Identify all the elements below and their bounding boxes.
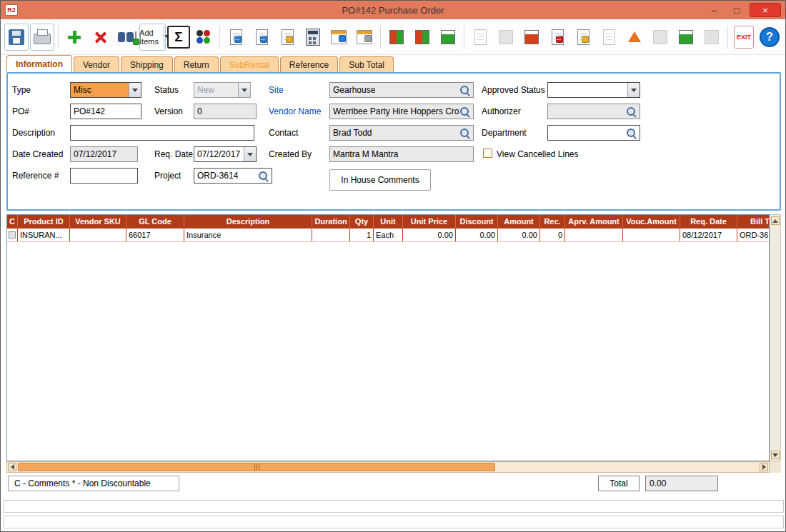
chart-export-button[interactable] [622,24,647,51]
chevron-down-icon[interactable] [627,83,640,97]
cell-unit-price: 0.00 [403,229,456,241]
col-header-description[interactable]: Description [184,215,312,229]
type-label: Type [12,85,31,95]
col-header-vouc-amount[interactable]: Vouc.Amount [623,215,680,229]
col-header-product-id[interactable]: Product ID [18,215,70,229]
tab-reference[interactable]: Reference [280,56,338,72]
cell-product-id: INSURAN... [18,229,70,241]
scroll-down-icon[interactable] [771,451,780,459]
search-icon[interactable] [626,106,637,117]
col-header-unit-price[interactable]: Unit Price [403,215,456,229]
contact-field[interactable]: Brad Todd [329,125,474,141]
add-items-button[interactable]: Add Items [139,24,166,51]
sum-button[interactable]: Σ [167,26,190,49]
contact-value: Brad Todd [333,128,372,138]
titlebar[interactable]: R2 PO#142 Purchase Order – □ × [1,1,785,19]
vendor-name-field[interactable]: Werribee Party Hire Hoppers Cros [329,104,474,119]
exit-label: EXIT [734,26,754,49]
col-header-discount[interactable]: Discount [456,215,498,229]
col-header-c[interactable]: C [7,215,18,229]
tab-subrental[interactable]: SubRental [220,56,279,72]
delete-line-button[interactable] [88,24,112,51]
horizontal-scrollbar[interactable] [6,461,770,473]
cancel-document-button[interactable] [545,24,569,51]
site-field[interactable]: Gearhouse [329,82,474,98]
add-line-button[interactable] [62,24,86,51]
col-header-bill-to[interactable]: Bill To [737,215,770,229]
view-cancelled-checkbox[interactable] [483,149,492,158]
search-icon[interactable] [459,128,470,139]
col-header-aprv-amount[interactable]: Aprv. Amount [565,215,623,229]
search-icon[interactable] [626,128,637,139]
find-button[interactable] [114,24,138,51]
approved-status-select[interactable] [547,82,640,98]
scroll-right-icon[interactable] [760,463,768,471]
copy-disabled-button[interactable] [468,24,492,51]
col-header-vendor-sku[interactable]: Vendor SKU [70,215,126,229]
number-sheet-button[interactable] [352,24,377,51]
package-sheet-button[interactable] [410,24,434,51]
save-icon [9,29,24,45]
status-value: New [194,85,238,95]
import-sheet-button[interactable] [674,24,698,51]
col-header-rec[interactable]: Rec. [540,215,565,229]
archive-disabled-button[interactable] [494,24,518,51]
edit-document-button[interactable] [275,24,299,51]
tab-shipping[interactable]: Shipping [121,56,173,72]
search-icon[interactable] [459,106,470,117]
authorizer-field[interactable] [547,104,640,119]
req-date-select[interactable]: 07/12/2017 [194,146,257,162]
tab-vendor[interactable]: Vendor [74,56,119,72]
purchase-order-window: R2 PO#142 Purchase Order – □ × Add Items… [0,0,786,532]
col-header-unit[interactable]: Unit [374,215,403,229]
export-sheet-button[interactable] [436,24,460,51]
col-header-qty[interactable]: Qty [350,215,374,229]
vendor-name-label: Vendor Name [269,106,321,116]
department-field[interactable] [547,125,640,141]
vertical-scrollbar[interactable] [770,214,781,461]
table-row[interactable]: INSURAN... 66017 Insurance 1 Each 0.00 0… [7,229,769,242]
options-button[interactable] [191,24,216,51]
chevron-down-icon[interactable] [129,83,141,97]
maximize-button[interactable]: □ [727,3,747,17]
col-header-req-date[interactable]: Req. Date [680,215,737,229]
scroll-left-icon[interactable] [8,463,16,471]
notes-document-button[interactable] [571,24,595,51]
tab-subtotal[interactable]: Sub Total [339,56,394,72]
search-icon[interactable] [459,85,470,96]
col-header-duration[interactable]: Duration [312,215,350,229]
receive-sheet-button[interactable] [384,24,409,51]
grid-disabled-button[interactable] [700,24,724,51]
reference-input[interactable] [70,168,138,184]
time-sheet-button[interactable] [327,24,351,51]
close-button[interactable]: × [750,3,781,17]
scrollbar-thumb[interactable] [18,463,495,471]
project-field[interactable]: ORD-3614 [194,168,272,184]
help-button[interactable]: ? [757,24,782,51]
type-select[interactable]: Misc [70,82,141,98]
red-sheet-button[interactable] [519,24,544,51]
chevron-down-icon[interactable] [244,147,256,161]
po-input[interactable]: PO#142 [70,104,141,119]
calculator-button[interactable] [301,24,325,51]
description-input[interactable] [70,125,254,141]
stack-disabled-button[interactable] [648,24,672,51]
col-header-gl-code[interactable]: GL Code [126,215,184,229]
scroll-up-icon[interactable] [771,216,780,225]
row-checkbox[interactable] [9,231,16,239]
in-house-comments-button[interactable]: In House Comments [329,169,431,191]
col-header-amount[interactable]: Amount [498,215,540,229]
print-button[interactable] [30,24,54,51]
save-button[interactable] [4,24,29,51]
blank-document-button[interactable] [597,24,621,51]
search-icon[interactable] [258,171,269,181]
copy-document-button[interactable] [249,24,274,51]
exit-button[interactable]: EXIT [732,24,756,51]
tab-return[interactable]: Return [174,56,219,72]
vendor-name-value: Werribee Party Hire Hoppers Cros [333,106,459,116]
chart-arrow-icon [628,31,641,42]
tab-information[interactable]: Information [6,55,72,72]
refresh-document-button[interactable] [224,24,248,51]
description-label: Description [12,128,55,138]
minimize-button[interactable]: – [704,3,724,17]
